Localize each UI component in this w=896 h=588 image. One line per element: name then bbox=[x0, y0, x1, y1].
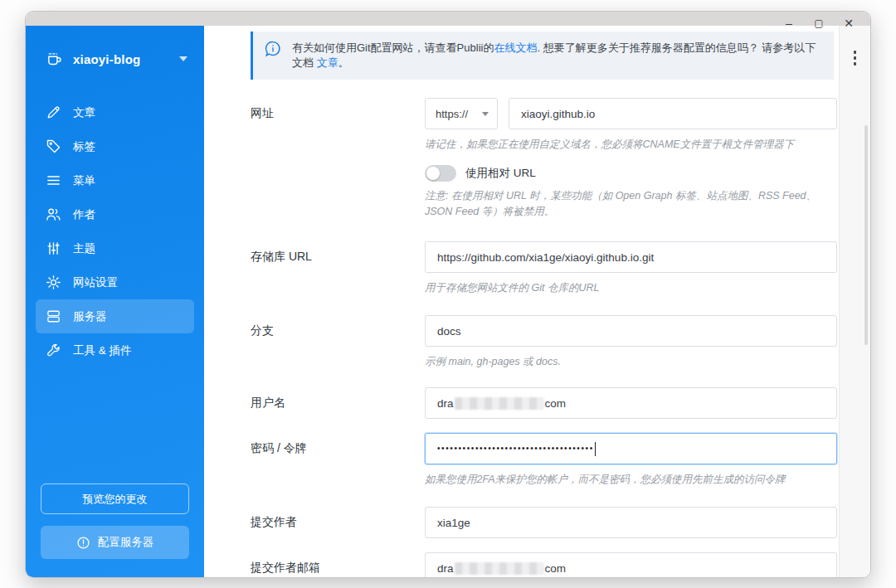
preview-changes-button[interactable]: 预览您的更改 bbox=[41, 484, 189, 514]
sidebar-item-posts[interactable]: 文章 bbox=[36, 95, 194, 129]
online-docs-link[interactable]: 在线文档 bbox=[494, 41, 537, 54]
app-window: – ▢ ✕ xiaoyi-blog 文章 bbox=[25, 11, 871, 578]
sidebar-nav: 文章 标签 菜单 作者 bbox=[26, 95, 204, 367]
window-controls: – ▢ ✕ bbox=[782, 16, 855, 31]
relative-url-note: 注意: 在使用相对 URL 时，某些功能（如 Open Graph 标签、站点地… bbox=[425, 188, 837, 220]
maximize-button[interactable]: ▢ bbox=[812, 16, 825, 31]
redacted-text bbox=[455, 562, 544, 575]
sidebar-item-label: 服务器 bbox=[73, 309, 107, 324]
protocol-value: https:// bbox=[436, 108, 468, 120]
server-icon bbox=[46, 309, 61, 324]
password-label: 密码 / 令牌 bbox=[251, 433, 425, 487]
password-input[interactable]: ••••••••••••••••••••••••••••••••••••• bbox=[425, 433, 837, 464]
site-name: xiaoyi-blog bbox=[73, 52, 140, 66]
sidebar-item-label: 菜单 bbox=[73, 173, 95, 188]
info-icon bbox=[264, 40, 282, 58]
menu-icon bbox=[46, 173, 61, 188]
sidebar-item-label: 主题 bbox=[73, 241, 95, 256]
url-input[interactable]: xiaoyi.github.io bbox=[509, 98, 837, 129]
password-masked-value: ••••••••••••••••••••••••••••••••••••• bbox=[437, 445, 594, 453]
configure-server-button[interactable]: 配置服务器 bbox=[41, 526, 189, 559]
url-label: 网址 bbox=[251, 98, 425, 220]
sidebar-item-menus[interactable]: 菜单 bbox=[36, 163, 194, 197]
sidebar-item-site-settings[interactable]: 网站设置 bbox=[36, 265, 194, 299]
commit-email-label: 提交作者邮箱 bbox=[251, 552, 425, 577]
kebab-menu-icon[interactable] bbox=[854, 51, 857, 66]
branch-input[interactable]: docs bbox=[425, 315, 837, 347]
branch-hint: 示例 main, gh-pages 或 docs. bbox=[425, 354, 837, 369]
username-label: 用户名 bbox=[251, 387, 425, 419]
sidebar: xiaoyi-blog 文章 标签 菜单 bbox=[26, 26, 204, 577]
vertical-scrollbar[interactable] bbox=[864, 125, 868, 345]
server-settings-panel: 有关如何使用Git配置网站，请查看Publii的在线文档. 想要了解更多关于推荐… bbox=[204, 26, 839, 577]
repository-label: 存储库 URL bbox=[251, 241, 425, 295]
coffee-cup-icon bbox=[46, 51, 63, 67]
text-cursor bbox=[595, 442, 596, 456]
sidebar-item-authors[interactable]: 作者 bbox=[36, 197, 194, 231]
commit-email-suffix: com bbox=[545, 562, 567, 575]
chevron-down-icon bbox=[482, 112, 489, 116]
info-text-1: 有关如何使用Git配置网站，请查看Publii的 bbox=[292, 41, 494, 54]
sidebar-item-tools-plugins[interactable]: 工具 & 插件 bbox=[36, 333, 194, 367]
exclamation-circle-icon bbox=[76, 536, 90, 550]
username-input[interactable]: dracom bbox=[425, 387, 837, 419]
sidebar-item-label: 作者 bbox=[73, 207, 95, 222]
pen-icon bbox=[46, 104, 61, 120]
info-text-3: 。 bbox=[338, 56, 349, 69]
tag-icon bbox=[46, 138, 61, 154]
sidebar-item-label: 文章 bbox=[73, 105, 95, 120]
title-bar[interactable] bbox=[26, 12, 870, 26]
redacted-text bbox=[455, 397, 544, 410]
info-banner: 有关如何使用Git配置网站，请查看Publii的在线文档. 想要了解更多关于推荐… bbox=[251, 32, 834, 80]
username-prefix: dra bbox=[437, 397, 454, 410]
url-value: xiaoyi.github.io bbox=[521, 108, 595, 120]
commit-email-input[interactable]: dracom bbox=[425, 552, 837, 577]
relative-url-toggle[interactable]: 使用相对 URL bbox=[425, 165, 837, 182]
branch-label: 分支 bbox=[251, 315, 425, 369]
gear-icon bbox=[46, 275, 61, 290]
configure-server-label: 配置服务器 bbox=[98, 535, 154, 550]
repository-value: https://github.com/xia1ge/xiaoyi.github.… bbox=[437, 251, 654, 264]
info-text: 有关如何使用Git配置网站，请查看Publii的在线文档. 想要了解更多关于推荐… bbox=[292, 41, 822, 70]
commit-author-input[interactable]: xia1ge bbox=[425, 507, 837, 538]
sliders-icon bbox=[46, 241, 61, 256]
right-utility-strip bbox=[839, 26, 870, 577]
commit-email-prefix: dra bbox=[437, 562, 454, 575]
site-switcher[interactable]: xiaoyi-blog bbox=[46, 51, 187, 67]
minimize-button[interactable]: – bbox=[782, 16, 796, 31]
username-suffix: com bbox=[545, 397, 567, 410]
toggle-switch-off[interactable] bbox=[425, 165, 456, 182]
protocol-select[interactable]: https:// bbox=[425, 98, 498, 129]
password-hint: 如果您使用2FA来保护您的帐户，而不是密码，您必须使用先前生成的访问令牌 bbox=[425, 472, 837, 487]
url-hint: 请记住，如果您正在使用自定义域名，您必须将CNAME文件置于根文件管理器下 bbox=[425, 137, 837, 152]
repository-hint: 用于存储您网站文件的 Git 仓库的URL bbox=[425, 280, 837, 295]
branch-value: docs bbox=[437, 325, 461, 338]
authors-icon bbox=[46, 207, 61, 222]
sidebar-item-label: 工具 & 插件 bbox=[73, 343, 132, 358]
article-link[interactable]: 文章 bbox=[317, 56, 338, 69]
relative-url-label: 使用相对 URL bbox=[465, 166, 536, 181]
sidebar-item-server[interactable]: 服务器 bbox=[36, 299, 194, 333]
sidebar-item-tags[interactable]: 标签 bbox=[36, 129, 194, 163]
sidebar-item-label: 网站设置 bbox=[73, 275, 118, 290]
sidebar-bottom: 预览您的更改 配置服务器 bbox=[41, 484, 189, 559]
repository-input[interactable]: https://github.com/xia1ge/xiaoyi.github.… bbox=[425, 241, 837, 273]
chevron-down-icon bbox=[179, 56, 187, 61]
commit-author-value: xia1ge bbox=[437, 517, 470, 529]
sidebar-item-themes[interactable]: 主题 bbox=[36, 231, 194, 265]
wrench-icon bbox=[46, 343, 61, 358]
close-button[interactable]: ✕ bbox=[842, 16, 855, 31]
commit-author-label: 提交作者 bbox=[251, 507, 425, 538]
sidebar-item-label: 标签 bbox=[73, 139, 95, 154]
